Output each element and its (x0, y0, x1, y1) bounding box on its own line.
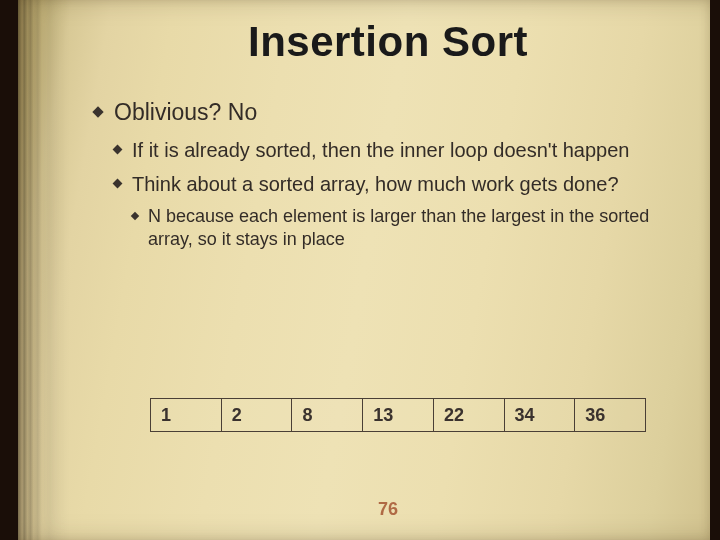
slide-title: Insertion Sort (88, 18, 688, 66)
array-visual: 1 2 8 13 22 34 36 (150, 398, 646, 432)
bullet-level1: Oblivious? No If it is already sorted, t… (94, 98, 678, 252)
bullet-level3: N because each element is larger than th… (132, 205, 678, 252)
bullet-text: Think about a sorted array, how much wor… (132, 173, 619, 195)
bullet-text: N because each element is larger than th… (148, 206, 649, 249)
slide-content: Insertion Sort Oblivious? No If it is al… (88, 0, 688, 540)
array-cell: 36 (574, 398, 646, 432)
book-spine (18, 0, 70, 540)
page-number: 76 (88, 499, 688, 520)
bullet-list: Oblivious? No If it is already sorted, t… (94, 98, 678, 252)
slide-stage: Insertion Sort Oblivious? No If it is al… (0, 0, 720, 540)
bullet-text: If it is already sorted, then the inner … (132, 139, 629, 161)
array-cell: 1 (150, 398, 221, 432)
book-page: Insertion Sort Oblivious? No If it is al… (18, 0, 710, 540)
array-cell: 34 (504, 398, 575, 432)
bullet-text: Oblivious? No (114, 99, 257, 125)
array-cell: 22 (433, 398, 504, 432)
bullet-level2: Think about a sorted array, how much wor… (114, 171, 678, 252)
bullet-level2: If it is already sorted, then the inner … (114, 137, 678, 163)
array-cell: 8 (291, 398, 362, 432)
bullet-sublist: If it is already sorted, then the inner … (114, 137, 678, 252)
array-cell: 2 (221, 398, 292, 432)
array-cell: 13 (362, 398, 433, 432)
bullet-subsublist: N because each element is larger than th… (132, 205, 678, 252)
